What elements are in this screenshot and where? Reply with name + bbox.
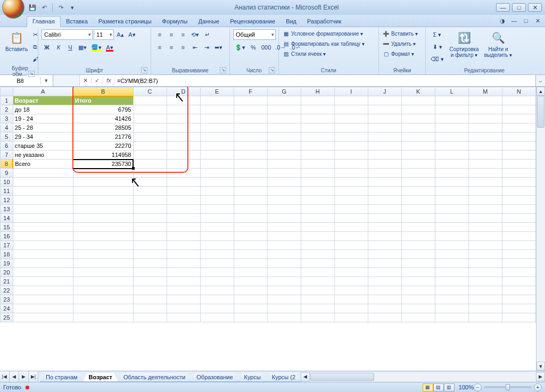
row-header[interactable]: 8 (1, 160, 13, 169)
cell[interactable] (234, 141, 267, 151)
cell[interactable] (133, 132, 167, 141)
sheet-nav-prev[interactable]: ◀ (10, 371, 19, 382)
cell[interactable] (401, 169, 435, 178)
cell[interactable] (301, 268, 334, 277)
sheet-nav-last[interactable]: ▶| (29, 371, 38, 382)
cell[interactable] (234, 232, 267, 241)
cell[interactable] (502, 114, 535, 123)
cell[interactable] (468, 313, 502, 322)
row-header[interactable]: 20 (1, 268, 13, 277)
cell[interactable] (468, 160, 502, 169)
cell[interactable] (13, 250, 73, 259)
cell[interactable] (301, 277, 334, 286)
format-cells-button[interactable]: ▢Формат ▾ (382, 49, 418, 58)
cell[interactable]: 19 - 24 (13, 114, 73, 123)
cell[interactable] (200, 205, 234, 214)
cell[interactable] (401, 123, 435, 132)
cell[interactable] (73, 232, 133, 241)
cell[interactable] (200, 313, 234, 322)
delete-cells-button[interactable]: ➖Удалить ▾ (382, 39, 418, 48)
cell[interactable] (401, 214, 435, 223)
minimize-button[interactable]: — (496, 3, 510, 12)
cell[interactable] (435, 241, 468, 250)
cell[interactable] (301, 313, 334, 322)
row-header[interactable]: 22 (1, 286, 13, 295)
cell[interactable] (200, 96, 234, 105)
cell[interactable] (401, 286, 435, 295)
cell[interactable] (301, 96, 334, 105)
cell[interactable] (368, 132, 401, 141)
cell[interactable] (502, 123, 535, 132)
underline-button[interactable]: Ч (65, 42, 76, 53)
expand-formula-bar-button[interactable]: ⌵ (535, 75, 545, 86)
view-page-break-button[interactable]: ▥ (444, 383, 455, 391)
cell[interactable] (502, 169, 535, 178)
cell[interactable] (13, 214, 73, 223)
enter-formula-button[interactable]: ✓ (92, 77, 103, 84)
cell[interactable] (13, 304, 73, 313)
cell[interactable] (468, 259, 502, 268)
cell[interactable] (267, 114, 301, 123)
cell[interactable] (167, 123, 200, 132)
column-header[interactable]: L (435, 87, 468, 96)
cell[interactable] (334, 295, 368, 304)
cell[interactable] (368, 196, 401, 205)
column-header[interactable]: F (234, 87, 267, 96)
insert-function-button[interactable]: fx (103, 77, 115, 84)
cell[interactable] (468, 187, 502, 196)
row-header[interactable]: 10 (1, 178, 13, 187)
row-header[interactable]: 23 (1, 295, 13, 304)
font-launcher[interactable]: ↘ (141, 67, 147, 73)
row-header[interactable]: 4 (1, 123, 13, 132)
cell[interactable] (167, 268, 200, 277)
fill-color-button[interactable]: 🪣▾ (89, 42, 103, 53)
cell[interactable]: до 18 (13, 105, 73, 114)
cell[interactable] (73, 268, 133, 277)
cell[interactable] (167, 313, 200, 322)
help-icon[interactable]: ◑ (498, 16, 507, 25)
cell[interactable] (401, 313, 435, 322)
cell[interactable] (133, 268, 167, 277)
select-all-corner[interactable] (1, 87, 13, 96)
cell[interactable] (468, 268, 502, 277)
cell[interactable] (200, 304, 234, 313)
row-header[interactable]: 25 (1, 313, 13, 322)
column-header[interactable]: K (401, 87, 435, 96)
cell[interactable] (13, 196, 73, 205)
column-header[interactable]: A (13, 87, 73, 96)
cell[interactable] (301, 250, 334, 259)
cell[interactable] (234, 105, 267, 114)
cell[interactable] (435, 277, 468, 286)
cell[interactable] (468, 96, 502, 105)
cell[interactable] (13, 277, 73, 286)
paste-button[interactable]: 📋 Вставить (5, 29, 28, 52)
cell[interactable] (267, 160, 301, 169)
cell[interactable] (234, 313, 267, 322)
cell[interactable] (234, 178, 267, 187)
cell[interactable] (502, 141, 535, 151)
grow-font-button[interactable]: A▴ (115, 29, 126, 40)
cell[interactable] (301, 304, 334, 313)
cell[interactable] (133, 205, 167, 214)
cell[interactable] (267, 313, 301, 322)
cell[interactable] (502, 241, 535, 250)
row-header[interactable]: 18 (1, 250, 13, 259)
cell[interactable]: 28505 (73, 123, 133, 132)
sheet-tab[interactable]: Область деятельности (118, 373, 191, 382)
row-header[interactable]: 6 (1, 141, 13, 151)
cell[interactable] (200, 268, 234, 277)
cell[interactable] (468, 169, 502, 178)
cell[interactable] (13, 223, 73, 232)
cell[interactable] (200, 114, 234, 123)
cell[interactable] (368, 259, 401, 268)
cell[interactable] (200, 123, 234, 132)
cell[interactable] (502, 160, 535, 169)
cell[interactable] (267, 205, 301, 214)
cell[interactable] (133, 241, 167, 250)
cell[interactable] (133, 96, 167, 105)
cell[interactable] (502, 286, 535, 295)
cell[interactable] (267, 132, 301, 141)
zoom-slider[interactable]: − + (474, 383, 542, 391)
cell[interactable] (13, 241, 73, 250)
cell[interactable] (200, 214, 234, 223)
